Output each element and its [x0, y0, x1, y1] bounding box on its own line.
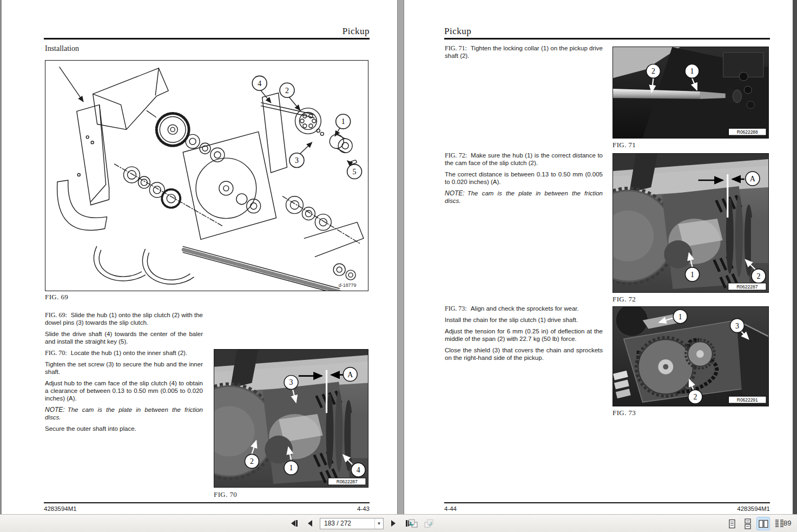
figure-reference: FIG. 72: [445, 152, 467, 159]
body-text: FIG. 69:Slide the hub (1) onto the slip … [45, 311, 203, 436]
figure-71-photo: 2 1 R0622288 [612, 47, 769, 139]
callout-A: A [347, 371, 353, 379]
figure-code: d-18779 [339, 283, 357, 288]
paragraph-text: Tighten the set screw (3) to secure the … [45, 361, 203, 375]
single-page-icon [727, 518, 737, 529]
previous-page-button[interactable] [304, 517, 316, 529]
figure-reference: FIG. 70: [45, 349, 67, 357]
paragraph-text: Close the shield (3) that covers the cha… [445, 347, 603, 361]
page-footer: 4283594M1 4-43 [44, 502, 370, 512]
exploded-view-drawing: 4 2 1 3 5 d-18779 [45, 61, 368, 291]
section-title: Installation [45, 44, 79, 53]
paragraph-text: Adjust the tension for 6 mm (0.25 in) of… [445, 328, 603, 342]
document-number: 4283594M1 [737, 505, 770, 512]
next-view-button[interactable] [423, 517, 435, 529]
chevron-down-icon[interactable]: ▼ [374, 518, 383, 529]
callout-3: 3 [295, 156, 299, 165]
paragraph: FIG. 71:Tighten the locking collar (1) o… [445, 44, 603, 60]
callout-2: 2 [651, 67, 655, 75]
facing-pages-icon [758, 518, 769, 529]
note-paragraph: NOTE:The cam is the plate in between the… [445, 189, 603, 205]
paragraph-text: Slide the hub (1) onto the slip clutch (… [45, 312, 203, 326]
paragraph-text: The cam is the plate in between the fric… [45, 406, 203, 421]
page-header: Pickup [444, 26, 770, 37]
paragraph-text: Secure the outer shaft into place. [45, 425, 136, 432]
callout-1: 1 [341, 117, 345, 126]
paragraph: FIG. 73:Align and check the sprockets fo… [445, 305, 603, 312]
paragraph: Adjust the tension for 6 mm (0.25 in) of… [445, 327, 603, 343]
callout-A: A [750, 175, 756, 183]
figure-73-photo: 1 3 2 R0622291 [612, 306, 769, 406]
paragraph: FIG. 69:Slide the hub (1) onto the slip … [45, 311, 203, 326]
single-page-layout-button[interactable] [726, 517, 738, 530]
viewer-toolbar: 183 / 272 ▼ [0, 514, 797, 532]
figure-71-caption: FIG. 71 [612, 141, 636, 149]
paragraph-text: Make sure the hub (1) is the correct dis… [445, 152, 603, 166]
next-page-icon [389, 519, 398, 528]
callout-4: 4 [258, 80, 261, 88]
callout-1: 1 [289, 464, 293, 472]
page-footer: 4-44 4283594M1 [444, 502, 770, 512]
paragraph-text: Adjust hub to the cam face of the slip c… [45, 380, 203, 402]
callout-3: 3 [735, 322, 739, 330]
document-page-right: Pickup FIG. 71:Tighten the locking colla… [404, 0, 793, 514]
figure-70-photo: 3 A 2 1 4 R0622287 [214, 349, 368, 488]
figure-72-photo: A 1 2 R0622287 [612, 153, 769, 293]
figure-70-caption: FIG. 70 [214, 490, 237, 499]
page-header: Pickup [44, 26, 370, 37]
next-view-icon [424, 518, 434, 528]
body-text: FIG. 72:Make sure the hub (1) is the cor… [445, 152, 603, 208]
callout-2: 2 [285, 87, 289, 95]
paragraph: FIG. 72:Make sure the hub (1) is the cor… [445, 152, 603, 167]
callout-2: 2 [693, 393, 697, 401]
callout-2: 2 [756, 272, 760, 280]
previous-view-button[interactable] [407, 517, 419, 529]
first-page-button[interactable] [288, 517, 300, 529]
chain-sprockets-photo: 1 3 2 R0622291 [613, 307, 768, 406]
slip-clutch-photo: A 1 2 R0622287 [613, 154, 768, 292]
callout-2: 2 [250, 457, 254, 465]
figure-reference: FIG. 73: [445, 305, 467, 312]
paragraph-text: The cam is the plate in between the fric… [445, 190, 603, 204]
note-paragraph: NOTE:The cam is the plate in between the… [45, 406, 203, 421]
figure-reference: FIG. 71: [445, 44, 467, 52]
paragraph: Tighten the set screw (3) to secure the … [45, 360, 203, 376]
page-navigation: 183 / 272 ▼ [288, 517, 415, 529]
continuous-page-icon [742, 518, 753, 529]
body-text: FIG. 71:Tighten the locking collar (1) o… [445, 44, 603, 63]
page-gap [397, 0, 404, 514]
figure-69-diagram: 4 2 1 3 5 d-18779 [45, 60, 368, 291]
document-number: 4283594M1 [44, 505, 77, 512]
page-number: 4-44 [444, 505, 457, 512]
callout-3: 3 [289, 378, 293, 386]
viewer-right-edge [793, 0, 797, 514]
paragraph: FIG. 70:Locate the hub (1) onto the inne… [45, 349, 203, 357]
view-history [407, 517, 435, 529]
drive-shaft-photo: 2 1 R0622288 [613, 47, 768, 138]
page-number: 4-43 [357, 505, 370, 512]
paragraph: Slide the drive shaft (4) towards the ce… [45, 330, 203, 345]
paragraph: The correct distance is between 0.13 to … [445, 170, 603, 186]
page-number-input[interactable]: 183 / 272 ▼ [320, 518, 384, 529]
note-label: NOTE: [45, 406, 65, 413]
slip-clutch-photo: 3 A 2 1 4 R0622287 [214, 350, 368, 487]
facing-continuous-icon [774, 518, 785, 529]
paragraph: Close the shield (3) that covers the cha… [445, 346, 603, 362]
header-rule [444, 38, 770, 40]
paragraph-text: Tighten the locking collar (1) on the pi… [445, 45, 603, 59]
photo-code: R0622291 [737, 397, 758, 403]
next-page-button[interactable] [387, 517, 399, 529]
figure-reference: FIG. 69: [45, 311, 67, 319]
photo-code: R0622288 [737, 129, 758, 135]
first-page-icon [289, 519, 299, 528]
paragraph-text: Install the chain for the slip clutch (1… [445, 317, 578, 323]
facing-pages-layout-button[interactable] [757, 517, 769, 530]
callout-1: 1 [690, 67, 694, 75]
photo-code: R0622287 [736, 284, 758, 290]
previous-page-icon [306, 519, 314, 528]
previous-view-icon [407, 518, 418, 528]
callout-5: 5 [353, 168, 357, 176]
callout-4: 4 [357, 466, 360, 474]
paragraph: Adjust hub to the cam face of the slip c… [45, 379, 203, 402]
continuous-layout-button[interactable] [741, 517, 754, 530]
